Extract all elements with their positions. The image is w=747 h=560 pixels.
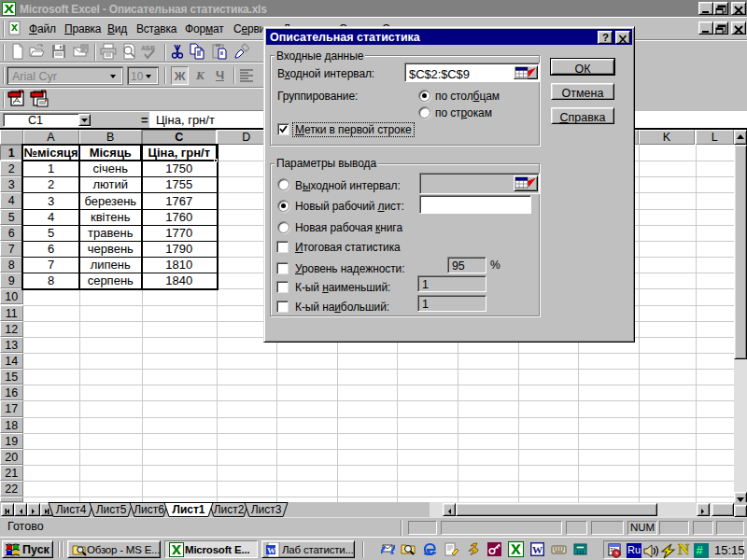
svg-text:Лист3: Лист3 [251,503,282,516]
svg-text:W: W [532,544,543,555]
svg-text:Лист5: Лист5 [96,503,127,516]
svg-text:Лист1: Лист1 [172,503,204,516]
svg-text:W: W [267,546,275,555]
svg-text:Лист2: Лист2 [214,503,245,516]
svg-text:Лист4: Лист4 [56,503,87,516]
svg-text:Лист6: Лист6 [134,503,164,516]
